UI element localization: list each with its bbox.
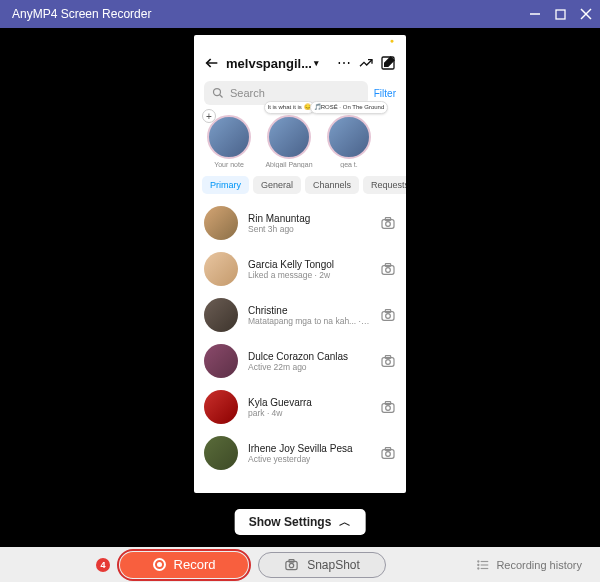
avatar [207,115,251,159]
recording-history-link[interactable]: Recording history [476,558,582,572]
avatar [204,206,238,240]
search-icon [212,87,224,99]
story-your-note[interactable]: + Your note [204,115,254,168]
avatar [204,344,238,378]
story-item[interactable]: 🎵ROSÉ · On The Ground gea t. [324,115,374,168]
svg-rect-20 [382,404,394,413]
svg-point-9 [386,222,391,227]
avatar [204,390,238,424]
svg-point-24 [386,452,391,457]
chevron-up-icon: ︿ [339,514,351,531]
svg-point-33 [478,564,479,565]
filter-link[interactable]: Filter [374,88,396,99]
avatar [204,298,238,332]
svg-line-7 [220,95,223,98]
svg-rect-14 [382,312,394,321]
note-bubble: 🎵ROSÉ · On The Ground [310,101,389,114]
svg-rect-23 [382,450,394,459]
snapshot-button[interactable]: SnapShot [258,552,386,578]
svg-rect-8 [382,220,394,229]
compose-icon[interactable] [380,55,396,71]
note-bubble: It is what it is 😔 [264,101,315,114]
chat-row[interactable]: Dulce Corazon CanlasActive 22m ago [194,338,406,384]
svg-point-18 [386,360,391,365]
camera-icon [284,557,299,572]
tab-primary[interactable]: Primary [202,176,249,194]
svg-rect-10 [385,218,390,221]
camera-icon[interactable] [380,215,396,231]
chat-row[interactable]: ChristineMatatapang mga to na kah... · 3… [194,292,406,338]
svg-rect-25 [385,448,390,451]
trending-arrow-icon[interactable] [358,55,374,71]
back-arrow-icon[interactable] [204,55,220,71]
svg-rect-19 [385,356,390,359]
avatar [327,115,371,159]
chat-list: Rin ManuntagSent 3h ago Garcia Kelly Ton… [194,200,406,493]
list-icon [476,558,490,572]
camera-icon[interactable] [380,353,396,369]
chat-row[interactable]: Kyla Guevarrapark · 4w [194,384,406,430]
phone-status-bar: ● [194,35,406,45]
avatar [204,436,238,470]
camera-icon[interactable] [380,261,396,277]
show-settings-button[interactable]: Show Settings ︿ [235,509,366,535]
phone-screen: ● melvspangil...▾ ⋯ Search Filter + Your… [194,35,406,493]
chevron-down-icon: ▾ [314,58,319,68]
account-switcher[interactable]: melvspangil...▾ [226,56,319,71]
svg-point-6 [214,89,221,96]
svg-rect-22 [385,402,390,405]
window-controls [529,8,592,20]
recording-stage: ● melvspangil...▾ ⋯ Search Filter + Your… [0,28,600,547]
tab-requests[interactable]: Requests [363,176,406,194]
svg-point-12 [386,268,391,273]
svg-point-32 [478,560,479,561]
stories-row: + Your note It is what it is 😔 Abigail P… [194,111,406,176]
svg-rect-1 [556,10,565,19]
dm-header: melvspangil...▾ ⋯ [194,45,406,81]
plus-icon: + [202,109,216,123]
step-badge: 4 [96,558,110,572]
camera-icon[interactable] [380,307,396,323]
camera-icon[interactable] [380,399,396,415]
tab-general[interactable]: General [253,176,301,194]
more-icon[interactable]: ⋯ [336,55,352,71]
svg-point-21 [386,406,391,411]
svg-point-27 [289,563,293,567]
svg-rect-11 [382,266,394,275]
camera-icon[interactable] [380,445,396,461]
chat-row[interactable]: Rin ManuntagSent 3h ago [194,200,406,246]
record-button[interactable]: Record [120,552,248,578]
svg-point-34 [478,567,479,568]
record-icon [153,558,166,571]
bottom-toolbar: 4 Record SnapShot Recording history [0,547,600,582]
svg-rect-13 [385,264,390,267]
inbox-tabs: Primary General Channels Requests [194,176,406,200]
search-placeholder: Search [230,87,265,99]
avatar [267,115,311,159]
svg-point-15 [386,314,391,319]
close-button[interactable] [580,8,592,20]
chat-row[interactable]: Irhene Joy Sevilla PesaActive yesterday [194,430,406,476]
avatar [204,252,238,286]
chat-row[interactable]: Garcia Kelly TongolLiked a message · 2w [194,246,406,292]
story-item[interactable]: It is what it is 😔 Abigail Pangan [264,115,314,168]
svg-rect-16 [385,310,390,313]
svg-rect-17 [382,358,394,367]
tab-channels[interactable]: Channels [305,176,359,194]
maximize-button[interactable] [555,9,566,20]
app-title: AnyMP4 Screen Recorder [12,7,151,21]
minimize-button[interactable] [529,8,541,20]
titlebar: AnyMP4 Screen Recorder [0,0,600,28]
